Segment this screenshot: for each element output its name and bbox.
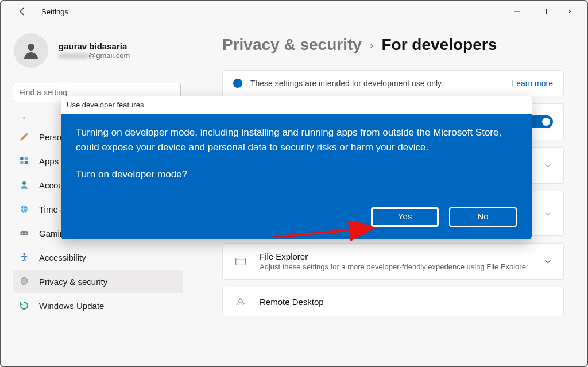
chevron-down-icon[interactable] — [543, 210, 553, 218]
svg-rect-17 — [236, 258, 246, 265]
window-title: Settings — [41, 7, 68, 16]
svg-rect-4 — [25, 157, 28, 160]
sidebar-item-update[interactable]: Windows Update — [13, 294, 183, 317]
gamepad-icon — [18, 227, 30, 239]
system-icon: ▪ — [18, 112, 30, 123]
maximize-button[interactable] — [531, 2, 557, 21]
no-button[interactable]: No — [449, 207, 517, 227]
brush-icon — [18, 131, 30, 142]
svg-rect-5 — [20, 161, 23, 164]
row-title: Remote Desktop — [260, 297, 553, 307]
sidebar-item-privacy[interactable]: Privacy & security — [13, 270, 183, 293]
apps-icon — [18, 155, 30, 167]
page-title: For developers — [381, 36, 497, 54]
dialog-body-text: Turning on developer mode, including ins… — [76, 125, 517, 154]
developer-mode-dialog: Use developer features Turning on develo… — [61, 96, 532, 239]
user-name: gaurav bidasaria — [59, 41, 130, 51]
svg-point-12 — [23, 253, 25, 255]
row-remote-desktop[interactable]: Remote Desktop — [222, 287, 564, 316]
avatar — [14, 33, 48, 68]
globe-icon — [18, 203, 30, 215]
svg-rect-9 — [20, 231, 28, 235]
sidebar-item-label: Accessibility — [39, 253, 86, 262]
svg-point-11 — [25, 233, 26, 234]
banner-text: These settings are intended for developm… — [250, 79, 443, 88]
window-controls — [504, 2, 583, 21]
chevron-down-icon[interactable] — [543, 161, 553, 169]
sidebar-item-label: Apps — [39, 156, 59, 166]
dialog-question: Turn on developer mode? — [76, 167, 517, 182]
sidebar-item-accessibility[interactable]: Accessibility — [13, 246, 183, 269]
dialog-title: Use developer features — [61, 96, 532, 114]
sidebar-item-label: Privacy & security — [39, 277, 107, 287]
update-icon — [18, 300, 30, 311]
chevron-down-icon[interactable] — [543, 257, 553, 265]
back-button[interactable] — [13, 2, 32, 21]
close-button[interactable] — [557, 2, 583, 21]
minimize-button[interactable] — [504, 2, 531, 21]
annotation-arrow — [271, 221, 386, 244]
learn-more-link[interactable]: Learn more — [512, 79, 553, 88]
svg-point-7 — [22, 181, 26, 185]
title-bar: Settings — [1, 1, 587, 22]
shield-icon — [18, 276, 30, 287]
accessibility-icon — [18, 252, 30, 263]
remote-icon — [233, 295, 248, 308]
svg-rect-3 — [20, 157, 23, 160]
sidebar-item-label: Windows Update — [39, 301, 104, 311]
row-sub: Adjust these settings for a more develop… — [260, 262, 531, 271]
info-banner: These settings are intended for developm… — [222, 70, 564, 96]
svg-point-10 — [22, 233, 23, 234]
user-email: xxxxxxxx@gmail.com — [59, 51, 130, 60]
svg-point-2 — [28, 44, 34, 51]
row-title: File Explorer — [260, 252, 531, 261]
person-icon — [18, 179, 30, 191]
row-file-explorer[interactable]: File Explorer Adjust these settings for … — [222, 243, 564, 280]
svg-rect-1 — [541, 9, 547, 14]
info-icon — [233, 79, 242, 88]
settings-window: Settings gaurav bidasaria xxxxxxxx@gmail… — [0, 0, 588, 367]
breadcrumb-parent[interactable]: Privacy & security — [222, 36, 362, 54]
user-block[interactable]: gaurav bidasaria xxxxxxxx@gmail.com — [13, 28, 194, 78]
breadcrumb: Privacy & security › For developers — [222, 36, 564, 54]
svg-rect-6 — [25, 161, 28, 164]
svg-line-18 — [274, 228, 372, 237]
chevron-right-icon: › — [370, 38, 374, 52]
folder-icon — [233, 255, 248, 268]
